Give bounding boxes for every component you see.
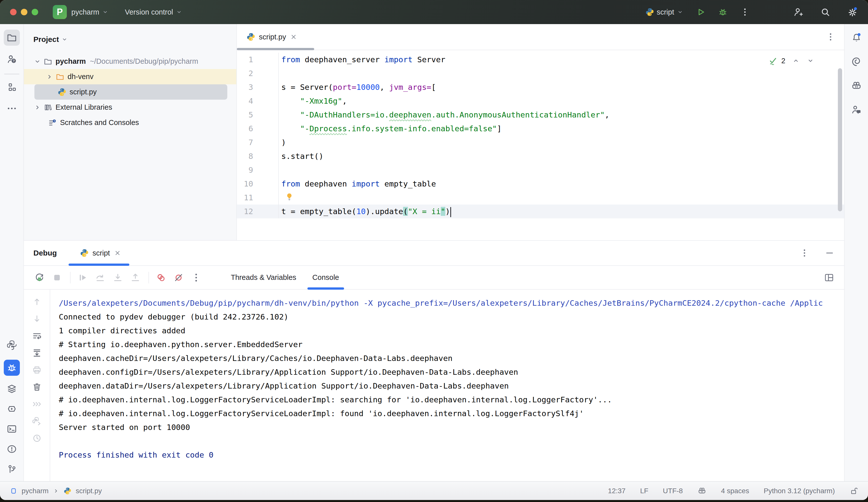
close-tab-icon[interactable]: [290, 33, 298, 41]
terminal-icon[interactable]: [6, 423, 17, 435]
line-number[interactable]: 7: [237, 136, 279, 149]
more-toolwindows-icon[interactable]: [6, 103, 17, 114]
tab-threads-variables[interactable]: Threads & Variables: [223, 266, 304, 289]
cursor-position[interactable]: 12:37: [608, 487, 626, 495]
chevron-down-icon[interactable]: [33, 57, 41, 65]
debug-session-tab[interactable]: script: [80, 241, 121, 265]
tab-console[interactable]: Console: [304, 266, 347, 289]
minimize-window-button[interactable]: [21, 9, 27, 15]
indent-setting[interactable]: 4 spaces: [721, 487, 749, 495]
close-window-button[interactable]: [10, 9, 17, 15]
notifications-icon[interactable]: [851, 32, 862, 43]
editor-scrollbar[interactable]: [838, 68, 842, 211]
settings-icon[interactable]: [847, 7, 858, 18]
editor-tab-bar: script.py: [237, 24, 844, 50]
line-number[interactable]: 4: [237, 94, 279, 108]
close-session-icon[interactable]: [114, 249, 122, 257]
line-number[interactable]: 11: [237, 191, 279, 205]
line-number[interactable]: 5: [237, 108, 279, 122]
tree-item-pycharm[interactable]: pycharm ~/Documents/Debug/pip/pycharm: [24, 54, 236, 69]
problems-icon[interactable]: [6, 443, 17, 454]
services-icon[interactable]: [6, 404, 17, 415]
layout-settings-icon[interactable]: [824, 272, 835, 283]
step-into-icon[interactable]: [112, 272, 123, 283]
vcs-menu-button[interactable]: Version control: [125, 8, 183, 16]
zoom-window-button[interactable]: [32, 9, 38, 15]
line-number[interactable]: 2: [237, 66, 279, 80]
learn-icon[interactable]: ?: [6, 54, 17, 65]
active-session-underline: [69, 263, 130, 266]
line-separator[interactable]: LF: [640, 487, 649, 495]
soft-wrap-icon[interactable]: [32, 331, 42, 341]
code-with-me-icon[interactable]: [851, 104, 862, 115]
python-prompt-icon[interactable]: [32, 416, 42, 426]
more-actions-icon[interactable]: [740, 7, 750, 17]
chevron-right-icon[interactable]: [33, 103, 41, 112]
structure-icon[interactable]: [6, 82, 17, 93]
previous-problem-icon[interactable]: [792, 57, 800, 65]
lock-icon[interactable]: [849, 487, 858, 495]
tree-item-dh-venv[interactable]: dh-venv: [24, 69, 236, 84]
print-icon[interactable]: [32, 365, 42, 375]
debug-more-icon[interactable]: [190, 272, 202, 283]
editor-options-icon[interactable]: [826, 32, 836, 42]
down-stack-icon[interactable]: [32, 314, 42, 324]
rerun-icon[interactable]: [34, 272, 45, 283]
next-problem-icon[interactable]: [806, 57, 815, 65]
run-button[interactable]: [696, 7, 706, 17]
scroll-to-end-icon[interactable]: [32, 348, 42, 358]
console-line: deephaven.configDir=/Users/alexpeters/Li…: [59, 365, 844, 379]
inspections-widget[interactable]: 2: [768, 56, 815, 66]
tree-item-script-py[interactable]: script.py: [24, 84, 236, 100]
inspection-ok-icon: [768, 56, 778, 66]
project-toolwindow-button[interactable]: [4, 30, 20, 46]
mute-breakpoints-icon[interactable]: [173, 272, 184, 283]
step-over-icon[interactable]: [95, 272, 106, 283]
assistant-status-icon[interactable]: [698, 487, 706, 495]
line-number[interactable]: 3: [237, 80, 279, 94]
clear-console-icon[interactable]: [32, 382, 42, 392]
resume-icon[interactable]: [77, 272, 88, 283]
python-packages-icon[interactable]: [6, 383, 17, 394]
ai-assistant-icon[interactable]: [851, 56, 862, 67]
line-number[interactable]: 10: [237, 177, 279, 191]
breadcrumb-project[interactable]: pycharm: [22, 487, 49, 495]
chevron-right-icon: [52, 488, 60, 494]
line-number[interactable]: 6: [237, 122, 279, 136]
hide-panel-icon[interactable]: [825, 248, 835, 258]
console-command-line[interactable]: /Users/alexpeters/Documents/Debug/pip/py…: [59, 296, 844, 310]
active-tab-underline: [237, 48, 314, 50]
breadcrumb-file[interactable]: script.py: [75, 487, 102, 495]
line-number[interactable]: 8: [237, 149, 279, 163]
line-number[interactable]: 12: [237, 205, 279, 218]
debug-button[interactable]: [718, 7, 728, 17]
add-user-icon[interactable]: [793, 7, 804, 18]
command-prompt-icon[interactable]: [32, 399, 42, 409]
tree-item-external-libraries[interactable]: External Libraries: [24, 100, 236, 115]
pycharm-logo[interactable]: P: [53, 5, 67, 19]
assistant-plugin-icon[interactable]: [851, 80, 862, 91]
debug-toolwindow-button[interactable]: [4, 360, 20, 376]
run-configuration-selector[interactable]: script: [645, 8, 684, 17]
line-number[interactable]: 1: [237, 53, 279, 66]
search-everywhere-icon[interactable]: [820, 7, 831, 18]
project-panel-header[interactable]: Project: [24, 32, 236, 47]
step-out-icon[interactable]: [130, 272, 141, 283]
chevron-right-icon[interactable]: [45, 73, 53, 81]
version-control-icon[interactable]: [6, 463, 17, 475]
up-stack-icon[interactable]: [32, 297, 42, 307]
python-interpreter[interactable]: Python 3.12 (pycharm): [764, 487, 835, 495]
python-console-icon[interactable]: [6, 339, 17, 351]
code-editor-area[interactable]: 1from deephaven_server import Server23s …: [237, 50, 844, 240]
stop-icon[interactable]: [51, 272, 63, 283]
editor-tab-script-py[interactable]: script.py: [237, 24, 305, 50]
main-menu-button[interactable]: pycharm: [71, 8, 109, 16]
view-breakpoints-icon[interactable]: [155, 272, 166, 283]
lightbulb-icon[interactable]: [285, 192, 294, 201]
file-encoding[interactable]: UTF-8: [663, 487, 683, 495]
console-output[interactable]: /Users/alexpeters/Documents/Debug/pip/py…: [50, 290, 844, 481]
line-number[interactable]: 9: [237, 163, 279, 177]
history-icon[interactable]: [32, 433, 42, 443]
debug-options-icon[interactable]: [799, 248, 809, 258]
tree-item-scratches[interactable]: Scratches and Consoles: [24, 115, 236, 130]
